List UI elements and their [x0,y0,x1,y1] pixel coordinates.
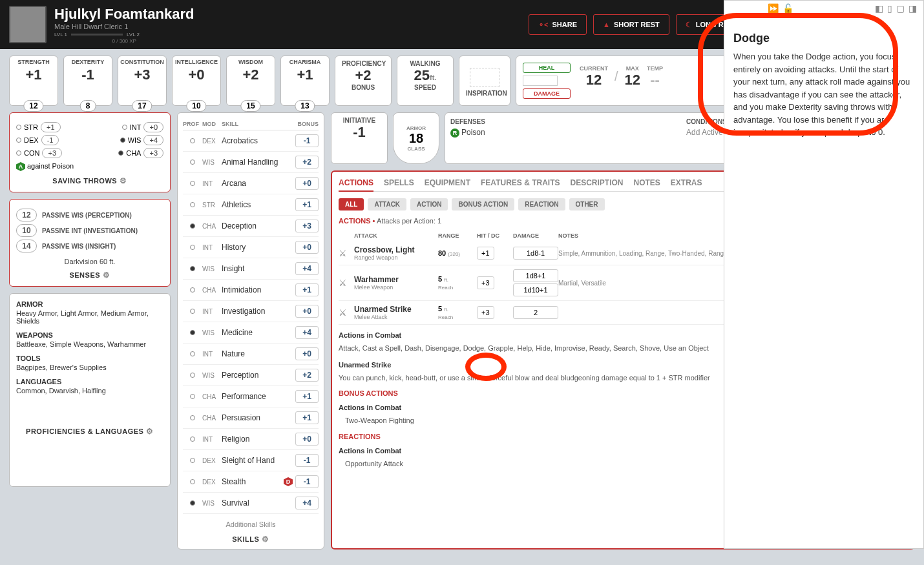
skill-performance[interactable]: CHAPerformance+1 [183,386,319,407]
skill-perception[interactable]: WISPerception+2 [183,365,319,386]
skills-box: PROFMODSKILLBONUS DEXAcrobatics-1WISAnim… [177,112,324,550]
combat-action-dash[interactable]: Dash [404,344,421,352]
sidepanel-text: When you take the Dodge action, you focu… [733,50,914,139]
save-cha[interactable]: CHA+3 [118,148,163,158]
combat-action-use-an-object[interactable]: Use an Object [664,344,709,352]
weapon-icon: ⚔ [339,248,354,258]
combat-action-hide[interactable]: Hide [536,344,551,352]
share-button[interactable]: ⚬<SHARE [529,14,587,35]
skill-arcana[interactable]: INTArcana+0 [183,173,319,194]
layout-icon[interactable]: ▢ [896,3,905,14]
combat-action-attack[interactable]: Attack [339,344,359,352]
save-str[interactable]: STR+1 [16,122,61,132]
character-meta: Male Hill Dwarf Cleric 1 [54,23,194,30]
moon-icon: ☾ [686,21,692,29]
hp-input[interactable] [523,76,558,86]
gear-icon[interactable]: ⚙ [120,176,127,185]
skill-deception[interactable]: CHADeception+3 [183,216,319,237]
passive-row: 12PASSIVE WIS (PERCEPTION) [16,209,163,221]
skill-animal-handling[interactable]: WISAnimal Handling+2 [183,152,319,173]
skill-athletics[interactable]: STRAthletics+1 [183,194,319,216]
ability-dexterity[interactable]: DEXTERITY-18 [63,56,112,106]
senses-box: 12PASSIVE WIS (PERCEPTION)10PASSIVE INT … [9,199,171,287]
sidepanel-title: Dodge [733,32,914,45]
tab-equipment[interactable]: EQUIPMENT [425,178,470,187]
combat-action-improvise[interactable]: Improvise [554,344,585,352]
skill-acrobatics[interactable]: DEXAcrobatics-1 [183,130,319,152]
skill-insight[interactable]: WISInsight+4 [183,258,319,280]
ability-intelligence[interactable]: INTELLIGENCE+010 [172,56,221,106]
campfire-icon: ▲ [603,21,610,28]
tab-actions[interactable]: ACTIONS [339,178,373,192]
ability-constitution[interactable]: CONSTITUTION+317 [118,56,167,106]
xp-bar [71,34,123,36]
proficiencies-box: ARMORHeavy Armor, Light Armor, Medium Ar… [9,293,171,487]
tab-spells[interactable]: SPELLS [384,178,414,187]
subtab-action[interactable]: ACTION [410,198,448,211]
gear-icon[interactable]: ⚙ [146,427,154,436]
skill-stealth[interactable]: DEXStealthD-1 [183,471,319,493]
tab-extras[interactable]: EXTRAS [671,178,702,187]
layout-icon[interactable]: ◨ [908,3,917,14]
inspiration[interactable]: INSPIRATION [459,56,510,106]
skill-investigation[interactable]: INTInvestigation+0 [183,301,319,322]
subtab-other[interactable]: OTHER [569,198,605,211]
skill-history[interactable]: INTHistory+0 [183,237,319,258]
advantage-icon: A [16,162,25,171]
save-wis[interactable]: WIS+4 [120,135,163,145]
subtab-reaction[interactable]: REACTION [518,198,565,211]
character-name[interactable]: Hjulkyl Foamtankard [54,6,194,23]
damage-button[interactable]: DAMAGE [523,88,571,99]
layout-icon[interactable]: ▯ [887,3,892,14]
passive-row: 14PASSIVE WIS (INSIGHT) [16,240,163,252]
passive-row: 10PASSIVE INT (INVESTIGATION) [16,224,163,237]
save-int[interactable]: INT+0 [122,122,163,132]
ability-strength[interactable]: STRENGTH+112 [9,56,58,106]
detail-sidepanel: ⏩ 🔓 ◧ ▯ ▢ ◨ Dodge When you take the Dodg… [724,0,924,549]
combat-action-dodge[interactable]: Dodge [463,344,484,352]
skill-religion[interactable]: INTReligion+0 [183,429,319,450]
combat-action-ready[interactable]: Ready [589,344,609,352]
character-info: Hjulkyl Foamtankard Male Hill Dwarf Cler… [54,6,194,44]
skill-medicine[interactable]: WISMedicine+4 [183,322,319,344]
subtab-attack[interactable]: ATTACK [368,198,406,211]
tab-description[interactable]: DESCRIPTION [570,178,623,187]
combat-action-search[interactable]: Search [613,344,636,352]
inspiration-slot[interactable] [470,68,499,87]
ability-charisma[interactable]: CHARISMA+113 [280,56,330,106]
skill-persuasion[interactable]: CHAPersuasion+1 [183,407,319,429]
resistance-icon: R [450,128,459,138]
share-icon: ⚬< [538,21,548,29]
initiative[interactable]: INITIATIVE-1 [331,112,388,164]
proficiency-bonus[interactable]: PROFICIENCY+2BONUS [335,56,392,106]
short-rest-button[interactable]: ▲SHORT REST [593,14,669,35]
tab-notes[interactable]: NOTES [634,178,660,187]
subtab-all[interactable]: ALL [339,198,364,211]
subtab-bonus-action[interactable]: BONUS ACTION [452,198,514,211]
save-con[interactable]: CON+3 [16,148,62,158]
combat-action-help[interactable]: Help [517,344,532,352]
fast-forward-icon[interactable]: ⏩ [768,3,779,14]
armor-class[interactable]: ARMOR18CLASS [393,112,439,164]
heal-button[interactable]: HEAL [523,63,571,73]
combat-action-shove[interactable]: Shove [640,344,660,352]
disadvantage-icon: D [284,477,293,486]
combat-action-grapple[interactable]: Grapple [488,344,513,352]
combat-action-cast-a-spell[interactable]: Cast a Spell [362,344,401,352]
tab-features---traits[interactable]: FEATURES & TRAITS [481,178,560,187]
gear-icon[interactable]: ⚙ [262,535,269,544]
ability-wisdom[interactable]: WISDOM+215 [226,56,275,106]
character-avatar[interactable] [9,6,47,43]
layout-icon[interactable]: ◧ [875,3,883,14]
skill-survival[interactable]: WISSurvival+4 [183,493,319,514]
saving-throws-box: STR+1INT+0DEX-1WIS+4CON+3CHA+3 Aagainst … [9,112,171,192]
skill-nature[interactable]: INTNature+0 [183,344,319,365]
skill-intimidation[interactable]: CHAIntimidation+1 [183,280,319,301]
save-dex[interactable]: DEX-1 [16,135,59,145]
skill-sleight-of-hand[interactable]: DEXSleight of Hand-1 [183,450,319,471]
weapon-icon: ⚔ [339,278,354,288]
speed[interactable]: WALKING25ft.SPEED [397,56,454,106]
lock-icon[interactable]: 🔓 [782,3,793,14]
combat-action-disengage[interactable]: Disengage [425,344,459,352]
gear-icon[interactable]: ⚙ [103,271,110,280]
